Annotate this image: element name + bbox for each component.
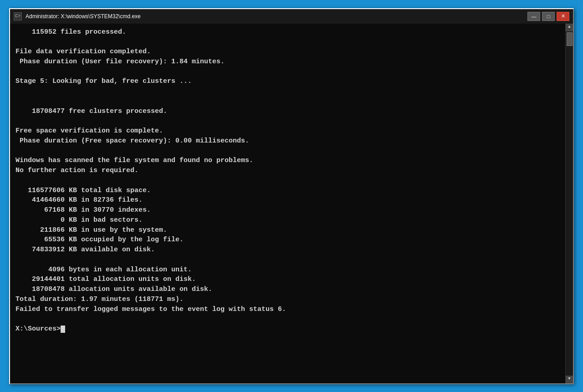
scrollbar[interactable]: ▲ ▼ [565,24,573,383]
scroll-thumb[interactable] [567,32,573,46]
console-line: 4096 bytes in each allocation unit. [15,265,558,275]
title-bar: C> Administrator: X:\windows\SYSTEM32\cm… [10,9,573,24]
console-line: 115952 files processed. [15,27,558,37]
minimize-button[interactable]: — [527,12,540,21]
console-line [15,314,558,324]
console-line: Phase duration (User file recovery): 1.8… [15,57,558,67]
console-line: X:\Sources> [15,324,558,334]
console-line [15,255,558,265]
close-button[interactable]: ✕ [557,12,569,21]
console-line [15,37,558,47]
console-body: 115952 files processed.File data verific… [10,24,573,383]
console-line: 67168 KB in 30770 indexes. [15,205,558,215]
console-line: 18708478 allocation units available on d… [15,285,558,295]
console-line [15,87,558,97]
console-line [15,176,558,186]
cmd-window: C> Administrator: X:\windows\SYSTEM32\cm… [9,8,574,384]
console-line: 74833912 KB available on disk. [15,245,558,255]
console-line [15,67,558,77]
console-line: 29144401 total allocation units on disk. [15,275,558,285]
console-line: 65536 KB occupied by the log file. [15,235,558,245]
console-line: 116577606 KB total disk space. [15,186,558,196]
cursor-blink [61,326,65,333]
cmd-icon: C> [14,12,22,20]
window-title: Administrator: X:\windows\SYSTEM32\cmd.e… [26,13,141,20]
console-line: 41464660 KB in 82736 files. [15,195,558,205]
window-controls: — □ ✕ [527,12,569,21]
title-bar-left: C> Administrator: X:\windows\SYSTEM32\cm… [14,12,141,20]
console-line: Total duration: 1.97 minutes (118771 ms)… [15,295,558,305]
console-line: Stage 5: Looking for bad, free clusters … [15,76,558,87]
console-line: Windows has scanned the file system and … [15,156,558,166]
console-line: Phase duration (Free space recovery): 0.… [15,136,558,146]
console-line: 211866 KB in use by the system. [15,225,558,235]
console-line: 0 KB in bad sectors. [15,215,558,225]
maximize-button[interactable]: □ [542,12,555,21]
scroll-down-arrow[interactable]: ▼ [566,376,573,383]
console-line: File data verification completed. [15,47,558,57]
console-line [15,97,558,107]
console-line: 18708477 free clusters processed. [15,107,558,117]
console-line [15,116,558,126]
console-line: Free space verification is complete. [15,126,558,136]
scroll-up-arrow[interactable]: ▲ [566,24,573,31]
console-content: 115952 files processed.File data verific… [15,27,568,334]
console-line: No further action is required. [15,166,558,176]
console-line: Failed to transfer logged messages to th… [15,305,558,315]
console-line [15,146,558,156]
scroll-track [566,31,573,376]
